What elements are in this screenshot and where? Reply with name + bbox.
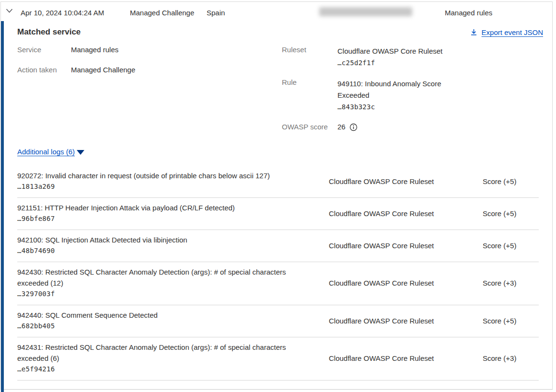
ruleset-id: …c25d2f1f bbox=[337, 59, 375, 67]
card-border-bottom bbox=[0, 389, 553, 390]
log-rule-id: …96bfe867 bbox=[17, 213, 298, 224]
log-score: Score (+3) bbox=[483, 354, 539, 362]
info-icon[interactable] bbox=[349, 123, 358, 131]
log-description: 942431: Restricted SQL Character Anomaly… bbox=[17, 342, 298, 375]
ruleset-name: Cloudflare OWASP Core Ruleset bbox=[337, 47, 442, 55]
log-score: Score (+5) bbox=[483, 177, 539, 185]
log-rule-id: …3297003f bbox=[17, 288, 298, 300]
action-taken-label: Action taken bbox=[17, 66, 57, 74]
log-score: Score (+3) bbox=[483, 279, 539, 287]
log-score: Score (+5) bbox=[483, 317, 539, 325]
log-row: 921151: HTTP Header Injection Attack via… bbox=[17, 198, 539, 230]
additional-logs-table: 920272: Invalid character in request (ou… bbox=[17, 166, 539, 380]
log-rule-id: …48b74690 bbox=[17, 245, 298, 256]
log-ruleset: Cloudflare OWASP Core Ruleset bbox=[298, 279, 483, 287]
log-ruleset: Cloudflare OWASP Core Ruleset bbox=[298, 317, 483, 325]
service-value: Managed rules bbox=[71, 46, 118, 54]
event-country: Spain bbox=[207, 9, 225, 17]
redacted-value bbox=[319, 7, 412, 16]
log-rule-id: …e5f94216 bbox=[17, 364, 298, 375]
log-description: 920272: Invalid character in request (ou… bbox=[17, 170, 298, 192]
export-event-json-label: Export event JSON bbox=[482, 28, 543, 36]
log-ruleset: Cloudflare OWASP Core Ruleset bbox=[298, 209, 483, 218]
collapse-chevron-icon[interactable] bbox=[6, 9, 14, 15]
log-row: 942431: Restricted SQL Character Anomaly… bbox=[17, 337, 539, 380]
log-description: 942440: SQL Comment Sequence Detected …6… bbox=[17, 310, 298, 332]
rule-label: Rule bbox=[282, 78, 297, 86]
rule-value: 949110: Inbound Anomaly Score Exceeded …… bbox=[337, 78, 452, 113]
log-ruleset: Cloudflare OWASP Core Ruleset bbox=[298, 354, 483, 362]
ruleset-label: Ruleset bbox=[282, 46, 306, 54]
event-action: Managed Challenge bbox=[130, 9, 194, 17]
rule-id: …843b323c bbox=[337, 103, 375, 111]
log-row: 942100: SQL Injection Attack Detected vi… bbox=[17, 230, 539, 262]
additional-logs-toggle[interactable]: Additional logs (6) bbox=[17, 148, 84, 156]
expanded-row-accent-bar bbox=[1, 21, 4, 392]
log-row: 942440: SQL Comment Sequence Detected …6… bbox=[17, 305, 539, 337]
log-rule-id: …1813a269 bbox=[17, 181, 298, 192]
triangle-down-icon bbox=[77, 150, 84, 155]
additional-logs-label: Additional logs (6) bbox=[17, 148, 75, 156]
log-score: Score (+5) bbox=[483, 209, 539, 218]
log-row: 942430: Restricted SQL Character Anomaly… bbox=[17, 262, 539, 305]
log-description: 942430: Restricted SQL Character Anomaly… bbox=[17, 266, 298, 300]
log-row: 920272: Invalid character in request (ou… bbox=[17, 166, 539, 198]
owasp-score-value: 26 bbox=[337, 123, 346, 131]
matched-service-title: Matched service bbox=[17, 27, 81, 37]
log-ruleset: Cloudflare OWASP Core Ruleset bbox=[298, 177, 483, 185]
export-event-json-link[interactable]: Export event JSON bbox=[470, 28, 543, 36]
card-border-right bbox=[552, 1, 553, 390]
action-taken-value: Managed Challenge bbox=[71, 66, 135, 74]
log-rule-id: …682bb405 bbox=[17, 321, 298, 332]
ruleset-value: Cloudflare OWASP Core Ruleset …c25d2f1f bbox=[337, 46, 442, 69]
service-label: Service bbox=[17, 46, 41, 54]
owasp-score-label: OWASP score bbox=[282, 123, 328, 131]
download-icon bbox=[470, 28, 478, 36]
card-border-top bbox=[0, 1, 553, 2]
log-score: Score (+5) bbox=[483, 242, 539, 250]
log-description: 942100: SQL Injection Attack Detected vi… bbox=[17, 234, 298, 256]
rule-name: 949110: Inbound Anomaly Score Exceeded bbox=[337, 80, 441, 99]
event-timestamp: Apr 10, 2024 10:04:24 AM bbox=[21, 9, 104, 17]
log-ruleset: Cloudflare OWASP Core Ruleset bbox=[298, 242, 483, 250]
log-description: 921151: HTTP Header Injection Attack via… bbox=[17, 202, 298, 224]
event-service: Managed rules bbox=[445, 9, 492, 17]
